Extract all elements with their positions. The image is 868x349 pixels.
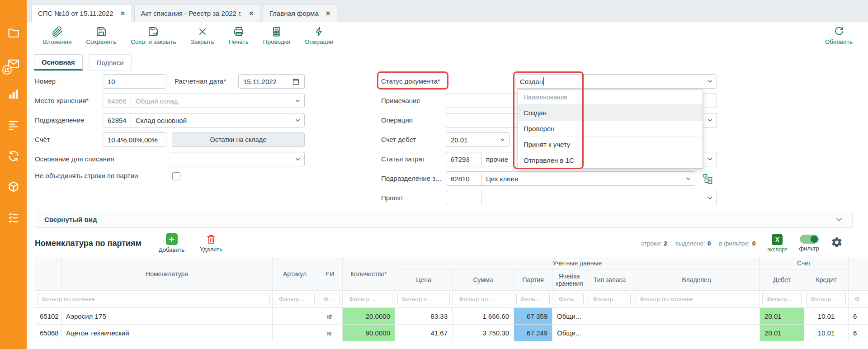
cell-sum[interactable]: 3 750.30 <box>453 325 514 341</box>
filter-input-unit[interactable] <box>320 293 340 305</box>
postings-button[interactable]: Проводки <box>263 26 290 45</box>
cost-item-code[interactable]: 67293 <box>446 152 481 166</box>
filter-input-articul[interactable] <box>275 293 315 305</box>
col-header-price[interactable]: Цена <box>395 269 453 291</box>
save-button[interactable]: Сохранить <box>86 26 116 45</box>
col-header-storage-cell[interactable]: Ячейка хранения <box>552 269 586 291</box>
filter-input-credit[interactable] <box>807 293 846 305</box>
cell-extra[interactable]: 6 <box>849 325 868 341</box>
add-row-button[interactable]: + Добавить <box>159 233 184 253</box>
col-header-sum[interactable]: Сумма <box>453 269 514 291</box>
project-select[interactable] <box>481 191 717 205</box>
bar-chart-icon[interactable] <box>7 88 20 101</box>
filter-input-storage-cell[interactable] <box>555 293 584 305</box>
cost-department-select[interactable]: Цех клеев <box>481 171 695 186</box>
debit-account-select[interactable]: 20.01 <box>446 132 509 147</box>
col-header-unit[interactable]: ЕИ <box>317 257 343 291</box>
cell-articul[interactable] <box>273 325 317 341</box>
filter-input-quantity[interactable] <box>345 293 392 305</box>
cell-owner[interactable] <box>633 325 760 341</box>
cell-batch[interactable]: 67 249 <box>514 325 552 341</box>
export-excel-button[interactable]: X экспорт <box>767 234 787 253</box>
filter-toggle[interactable]: фильтр <box>799 235 819 252</box>
cell-debit[interactable]: 20.01 <box>760 325 804 341</box>
table-row[interactable]: 65068 Ацетон технический кг 90.0000 41.6… <box>35 325 868 341</box>
department-select[interactable]: Склад основной <box>131 113 305 127</box>
delete-row-button[interactable]: Удалить <box>200 234 222 253</box>
mail-icon[interactable]: 15 <box>7 57 20 70</box>
close-icon[interactable]: × <box>249 9 254 17</box>
number-input[interactable] <box>103 74 166 89</box>
attachments-button[interactable]: Вложения <box>43 26 71 45</box>
filter-input-extra[interactable] <box>851 293 868 305</box>
stock-box-icon[interactable] <box>7 180 20 193</box>
cell-price[interactable]: 83.33 <box>395 308 453 325</box>
cell-stock-type[interactable] <box>586 325 633 341</box>
status-option-created[interactable]: Создан <box>518 105 703 121</box>
cell-quantity[interactable]: 20.0000 <box>343 308 395 325</box>
cell-quantity[interactable]: 90.0000 <box>343 325 395 341</box>
cell-batch[interactable]: 67 359 <box>514 308 552 325</box>
project-code[interactable] <box>446 191 481 205</box>
cell-nomenclature[interactable]: Ацетон технический <box>61 325 273 341</box>
tab-signatures[interactable]: Подписи <box>89 54 132 71</box>
stock-remains-button[interactable]: Остатки на складе <box>172 132 305 147</box>
cell-owner[interactable] <box>633 308 760 325</box>
cost-department-code[interactable]: 62810 <box>446 171 481 186</box>
cell-row-id[interactable]: 65102 <box>35 308 61 325</box>
close-button[interactable]: Закрыть <box>191 26 214 45</box>
col-header-owner[interactable]: Владелец <box>633 269 760 291</box>
tab-main-form[interactable]: Главная форма × <box>263 4 337 22</box>
close-icon[interactable]: × <box>326 9 330 17</box>
account-input[interactable] <box>103 132 166 147</box>
cell-storage-cell[interactable]: Общи... <box>552 308 586 325</box>
folder-icon[interactable] <box>7 27 20 39</box>
list-icon[interactable] <box>7 119 20 132</box>
writeoff-reason-select[interactable] <box>172 152 305 166</box>
cell-debit[interactable]: 20.01 <box>760 308 804 325</box>
cell-extra[interactable]: 6 <box>849 308 868 325</box>
cell-nomenclature[interactable]: Аэросил 175 <box>61 308 273 325</box>
close-icon[interactable]: × <box>121 9 125 17</box>
cell-price[interactable]: 41.67 <box>395 325 453 341</box>
storage-select[interactable]: Общий склад <box>131 94 305 108</box>
chevron-down-icon[interactable] <box>835 215 843 223</box>
tab-main[interactable]: Основная <box>34 54 83 71</box>
cell-articul[interactable] <box>273 308 317 325</box>
filter-input-price[interactable] <box>397 293 450 305</box>
col-header-articul[interactable]: Артикул <box>273 257 317 291</box>
cell-storage-cell[interactable]: Общи... <box>552 325 586 341</box>
hierarchy-button[interactable] <box>701 172 714 185</box>
cell-credit[interactable]: 10.01 <box>804 325 849 341</box>
col-header-nomenclature[interactable]: Номенклатура <box>61 257 273 291</box>
calc-date-input[interactable]: 15.11.2022 <box>238 74 305 89</box>
status-combobox[interactable]: Создан <box>515 74 717 89</box>
col-header-debit[interactable]: Дебет <box>760 269 804 291</box>
cell-sum[interactable]: 1 666.60 <box>453 308 514 325</box>
cell-unit[interactable]: кг <box>317 308 343 325</box>
cell-unit[interactable]: кг <box>317 325 343 341</box>
filter-input-nomenclature[interactable] <box>38 293 270 305</box>
filter-input-sum[interactable] <box>455 293 511 305</box>
storage-code[interactable]: 64866 <box>103 94 131 108</box>
filter-input-stock-type[interactable] <box>589 293 631 305</box>
status-option-sent[interactable]: Отправлен в 1С <box>518 152 703 168</box>
filter-input-owner[interactable] <box>636 293 757 305</box>
save-and-close-button[interactable]: Сохр. и закрыть <box>131 26 176 45</box>
col-header-batch[interactable]: Партия <box>514 269 552 291</box>
tab-register[interactable]: Акт списания - Реестр за 2022 г. × <box>134 4 260 22</box>
refresh-button[interactable]: Обновить <box>825 26 853 45</box>
operations-button[interactable]: Операции <box>305 26 333 45</box>
col-header-credit[interactable]: Кредит <box>804 269 849 291</box>
department-code[interactable]: 62854 <box>103 113 131 127</box>
no-merge-checkbox[interactable] <box>172 172 180 180</box>
cell-credit[interactable]: 10.01 <box>804 308 849 325</box>
grid-settings-button[interactable] <box>831 236 843 250</box>
col-header-quantity[interactable]: Количество* <box>343 257 395 291</box>
toggle-on-icon[interactable] <box>800 235 819 244</box>
col-header-stock-type[interactable]: Тип запаса <box>586 269 633 291</box>
table-row[interactable]: 65102 Аэросил 175 кг 20.0000 83.33 1 666… <box>35 308 868 325</box>
status-option-checked[interactable]: Проверен <box>518 121 703 137</box>
cell-row-id[interactable]: 65068 <box>35 325 61 341</box>
status-option-accepted[interactable]: Принят к учету <box>518 137 703 152</box>
